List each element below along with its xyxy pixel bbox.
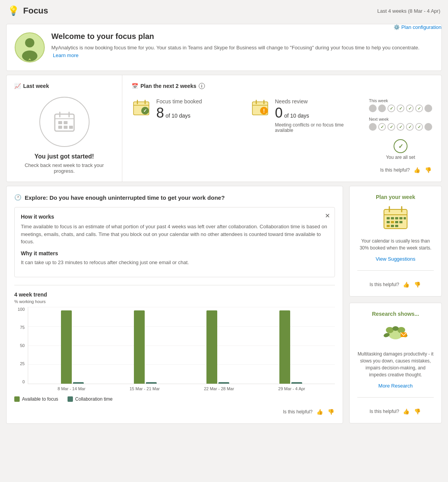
date-range: Last 4 weeks (8 Mar - 4 Apr): [377, 8, 440, 14]
explore-thumbs-up[interactable]: 👍: [316, 408, 324, 416]
all-set-label: You are all set: [386, 155, 415, 160]
svg-point-43: [397, 327, 405, 333]
learn-more-link[interactable]: Learn more: [53, 52, 78, 58]
bar-2-available: [134, 310, 145, 384]
ndot-4: [397, 123, 404, 131]
plan-week-card: Plan your week: [349, 186, 442, 297]
chart-title: 4 week trend: [14, 292, 335, 298]
view-suggestions-link[interactable]: View Suggestions: [375, 256, 415, 262]
focus-booked-item: ✓ Focus time booked 8 of 10 days: [132, 98, 235, 160]
bar-3-available: [206, 310, 217, 384]
x-label-4: 29 Mar - 4 Apr: [278, 386, 305, 391]
svg-rect-10: [58, 126, 62, 129]
close-button[interactable]: ✕: [325, 212, 330, 219]
ndot-6: [415, 123, 423, 131]
svg-point-44: [392, 326, 399, 331]
why-matters: Why it matters It can take up to 23 minu…: [21, 250, 328, 266]
last-week-panel: 📈 Last week You just got started! Check …: [7, 75, 122, 182]
svg-text:!: !: [263, 108, 265, 114]
dot-6: [415, 104, 423, 112]
trend-icon: 📈: [14, 83, 21, 89]
svg-rect-12: [69, 126, 73, 129]
chart-legend: Available to focus Collaboration time: [14, 396, 335, 402]
dot-5: [406, 104, 414, 112]
needs-review-item: ! Needs review 0 of 10 days Meeting conf…: [250, 98, 354, 160]
svg-rect-30: [391, 217, 394, 219]
legend-collab-label: Collaboration time: [75, 396, 113, 402]
dot-7: [424, 104, 432, 112]
explore-layout: 🕐 Explore: Do you have enough uninterrup…: [6, 186, 442, 424]
last-week-title: 📈 Last week: [14, 83, 49, 89]
research-helpful-row: Is this helpful? 👍 👎: [370, 408, 422, 415]
next-week-dots: [369, 123, 432, 131]
svg-rect-29: [387, 217, 390, 219]
bar-2-collab: [146, 382, 157, 384]
week-dots-area: This week Next week: [369, 98, 432, 160]
x-label-3: 22 Mar - 28 Mar: [204, 386, 234, 391]
plan-week-helpful-row: Is this helpful? 👍 👎: [370, 281, 422, 288]
svg-point-1: [25, 38, 34, 47]
focus-booked-icon: ✓: [132, 98, 151, 118]
svg-rect-38: [387, 225, 390, 227]
research-card: Research shows... Multitasking damages p…: [349, 303, 442, 423]
info-icon[interactable]: i: [199, 83, 205, 89]
svg-point-42: [386, 327, 394, 333]
svg-rect-34: [387, 221, 390, 223]
x-label-2: 15 Mar - 21 Mar: [130, 386, 160, 391]
plan-thumbs-up[interactable]: 👍: [413, 166, 421, 174]
focus-booked-days: of 10 days: [166, 113, 191, 119]
why-matters-heading: Why it matters: [21, 250, 328, 256]
chart-section: 4 week trend % working hours 100 75 50 2…: [14, 292, 335, 402]
needs-review-icon: !: [250, 98, 270, 118]
plan-thumbs-down[interactable]: 👎: [424, 166, 432, 174]
focus-booked-content: Focus time booked 8 of 10 days: [156, 98, 202, 120]
this-week-label: This week: [369, 98, 432, 103]
y-25: 25: [20, 361, 25, 366]
chart-y-axis: 100 75 50 25 0: [14, 307, 28, 384]
divider: [14, 285, 335, 285]
y-100: 100: [18, 307, 25, 312]
svg-rect-32: [399, 217, 402, 219]
explore-title: 🕐 Explore: Do you have enough uninterrup…: [14, 194, 335, 201]
more-research-link[interactable]: More Research: [379, 383, 413, 389]
focus-logo-icon: 💡: [8, 5, 19, 16]
why-matters-body: It can take up to 23 minutes to refocus …: [21, 259, 328, 266]
x-label-1: 8 Mar - 14 Mar: [57, 386, 85, 391]
plan-config-link[interactable]: ⚙️ Plan configuration: [394, 24, 441, 30]
this-week-dots: [369, 104, 432, 112]
y-75: 75: [20, 325, 25, 330]
all-set-area: You are all set: [369, 139, 432, 160]
plan-helpful-row: Is this helpful? 👍 👎: [132, 166, 432, 174]
plan-week-thumbs-up[interactable]: 👍: [402, 281, 410, 288]
focus-items: ✓ Focus time booked 8 of 10 days: [132, 98, 432, 160]
all-set-check-icon: [394, 139, 407, 153]
bar-group-4: [279, 310, 302, 384]
ndot-5: [406, 123, 414, 131]
needs-review-label: Needs review: [275, 98, 354, 104]
page-header: 💡 Focus Last 4 weeks (8 Mar - 4 Apr): [0, 0, 448, 20]
svg-rect-37: [399, 221, 402, 223]
dot-3: [387, 104, 395, 112]
explore-thumbs-down[interactable]: 👎: [327, 408, 335, 416]
dot-4: [397, 104, 404, 112]
ndot-3: [387, 123, 395, 131]
stats-card: 📈 Last week You just got started! Check …: [6, 75, 442, 182]
title-area: 💡 Focus: [8, 5, 48, 16]
bar-4-available: [279, 310, 290, 384]
next-week-label: Next week: [369, 117, 432, 121]
welcome-body: MyAnalytics is now booking focus time fo…: [51, 44, 434, 59]
avatar: [14, 32, 45, 63]
svg-text:✓: ✓: [143, 108, 147, 113]
needs-review-days: of 10 days: [284, 113, 309, 119]
chart-x-labels: 8 Mar - 14 Mar 15 Mar - 21 Mar 22 Mar - …: [14, 384, 335, 391]
welcome-card: Welcome to your focus plan MyAnalytics i…: [6, 24, 442, 71]
svg-rect-11: [64, 126, 68, 129]
plan-week-thumbs-down[interactable]: 👎: [413, 281, 421, 288]
research-thumbs-up[interactable]: 👍: [402, 408, 410, 415]
how-it-works-box: ✕ How it works Time available to focus i…: [14, 207, 335, 277]
legend-available-label: Available to focus: [22, 396, 58, 402]
how-it-works-heading: How it works: [21, 214, 328, 220]
research-thumbs-down[interactable]: 👎: [413, 408, 421, 415]
legend-collab-color: [68, 396, 73, 402]
dot-2: [378, 104, 386, 112]
